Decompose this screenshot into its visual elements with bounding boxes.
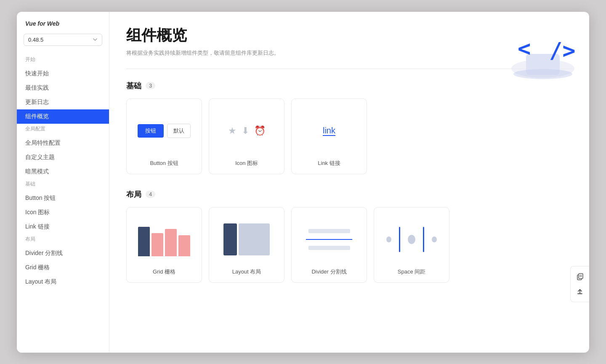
- divider-text-2: [308, 246, 350, 250]
- sidebar-item-button[interactable]: Button 按钮: [17, 191, 109, 205]
- version-selector[interactable]: 0.48.5: [24, 34, 102, 46]
- layout-preview: [223, 223, 270, 255]
- section-label-layout: 布局: [17, 234, 109, 246]
- card-label-layout: Layout 布局: [232, 268, 261, 276]
- layout-main-preview: [239, 223, 270, 255]
- svg-text:/>: />: [549, 38, 576, 63]
- space-dot-left: [386, 236, 391, 242]
- card-preview-button: 按钮 默认: [133, 107, 195, 154]
- section-badge-layout: 4: [146, 191, 155, 198]
- sidebar-item-global-props[interactable]: 全局特性配置: [17, 136, 109, 150]
- page-title: 组件概览: [126, 25, 187, 46]
- chevron-down-icon: [93, 37, 98, 42]
- preview-btn-default: 默认: [167, 124, 191, 138]
- section-header-layout: 布局 4: [126, 189, 572, 199]
- card-divider[interactable]: Divider 分割线: [291, 207, 367, 283]
- sidebar-item-update-log[interactable]: 更新日志: [17, 95, 109, 109]
- sidebar-item-quick-start[interactable]: 快速开始: [17, 66, 109, 81]
- card-label-icon: Icon 图标: [235, 159, 258, 167]
- sidebar-item-grid[interactable]: Grid 栅格: [17, 260, 109, 275]
- divider-line: [306, 239, 352, 240]
- button-preview-group: 按钮 默认: [138, 124, 191, 138]
- sidebar-item-custom-theme[interactable]: 自定义主题: [17, 150, 109, 165]
- card-layout[interactable]: Layout 布局: [209, 207, 284, 283]
- sidebar-logo: Vue for Web: [17, 20, 109, 34]
- clock-icon: ⏰: [254, 125, 266, 136]
- space-bar-2: [423, 227, 424, 252]
- card-grid[interactable]: Grid 栅格: [126, 207, 202, 283]
- up-toolbar-button[interactable]: [573, 285, 587, 298]
- sidebar-item-icon[interactable]: Icon 图标: [17, 205, 109, 220]
- card-space[interactable]: Space 间距: [374, 207, 449, 283]
- sidebar: Vue for Web 0.48.5 开始 快速开始 最佳实践 更新日志 组件概…: [17, 12, 109, 353]
- svg-point-4: [513, 69, 572, 79]
- space-bar-1: [399, 227, 400, 252]
- card-label-link: Link 链接: [318, 159, 340, 167]
- grid-bar-3: [165, 229, 177, 256]
- card-label-grid: Grid 栅格: [153, 268, 175, 276]
- copy-icon: [576, 273, 584, 280]
- sidebar-item-divider[interactable]: Divider 分割线: [17, 246, 109, 260]
- section-label-basic: 基础: [17, 179, 109, 191]
- download-icon: ⬇: [242, 125, 249, 136]
- up-arrow-icon: [576, 288, 584, 295]
- icon-preview-group: ★ ⬇ ⏰: [228, 125, 266, 136]
- card-icon[interactable]: ★ ⬇ ⏰ Icon 图标: [209, 98, 284, 174]
- grid-bar-1: [138, 227, 150, 256]
- sidebar-item-layout[interactable]: Layout 布局: [17, 275, 109, 289]
- svg-text:<: <: [518, 36, 531, 61]
- card-button[interactable]: 按钮 默认 Button 按钮: [126, 98, 202, 174]
- grid-bar-2: [152, 233, 163, 256]
- space-dot-right: [432, 236, 437, 242]
- main-content: < /> 组件概览 将根据业务实践持续新增组件类型，敬请留意组件库更新日志。 基…: [109, 12, 589, 353]
- layout-sidebar-preview: [223, 223, 237, 255]
- card-preview-icon: ★ ⬇ ⏰: [216, 107, 277, 154]
- card-preview-space: [381, 216, 442, 263]
- section-header-basic: 基础 3: [126, 81, 572, 91]
- sidebar-item-component-overview[interactable]: 组件概览: [17, 109, 109, 124]
- sidebar-item-link[interactable]: Link 链接: [17, 220, 109, 234]
- star-icon: ★: [228, 125, 237, 136]
- space-dot-mid: [408, 235, 415, 244]
- layout-cards-grid: Grid 栅格 Layout 布局: [126, 207, 572, 283]
- sidebar-item-dark-mode[interactable]: 暗黑模式: [17, 165, 109, 179]
- copy-toolbar-button[interactable]: [573, 270, 587, 283]
- version-label: 0.48.5: [28, 37, 43, 43]
- app-window: Vue for Web 0.48.5 开始 快速开始 最佳实践 更新日志 组件概…: [17, 12, 589, 353]
- divider-text-1: [308, 229, 350, 233]
- card-label-space: Space 间距: [398, 268, 425, 276]
- section-label-global: 全局配置: [17, 124, 109, 136]
- right-toolbar: [570, 266, 589, 302]
- card-label-divider: Divider 分割线: [311, 268, 346, 276]
- section-badge-basic: 3: [146, 82, 155, 89]
- section-title-layout: 布局: [126, 189, 141, 199]
- link-preview: link: [323, 126, 335, 136]
- svg-rect-6: [579, 274, 583, 279]
- card-link[interactable]: link Link 链接: [291, 98, 367, 174]
- hero-illustration: < />: [505, 20, 581, 79]
- sidebar-item-best-practice[interactable]: 最佳实践: [17, 81, 109, 95]
- grid-bar-4: [178, 235, 190, 256]
- section-label-start: 开始: [17, 54, 109, 66]
- grid-preview: [138, 223, 190, 256]
- card-preview-link: link: [298, 107, 360, 154]
- space-preview: [386, 223, 437, 256]
- card-preview-divider: [298, 216, 360, 263]
- card-preview-layout: [216, 216, 277, 263]
- card-label-button: Button 按钮: [150, 159, 178, 167]
- basic-cards-grid: 按钮 默认 Button 按钮 ★ ⬇ ⏰ Icon 图标: [126, 98, 572, 174]
- preview-btn-primary: 按钮: [138, 124, 164, 138]
- divider-preview: [306, 229, 352, 250]
- card-preview-grid: [133, 216, 195, 263]
- section-title-basic: 基础: [126, 81, 141, 91]
